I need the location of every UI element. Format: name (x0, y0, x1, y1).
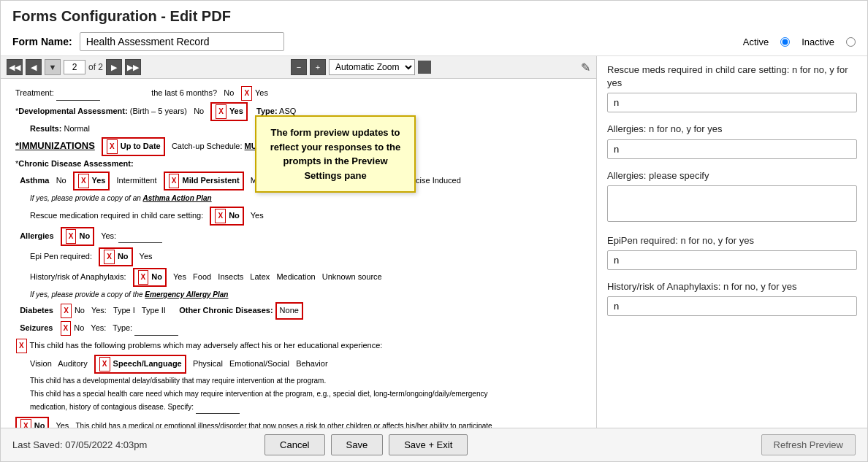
page-title: Forms Configuration - Edit PDF (12, 8, 856, 25)
pdf-row-diabetes: Diabetes X No Yes: Type I Type II Other … (15, 302, 582, 320)
rescue-meds-input[interactable] (607, 93, 857, 112)
field-group-rescue-meds: Rescue meds required in child care setti… (607, 63, 857, 112)
active-radio[interactable] (780, 37, 790, 47)
pdf-row-epipen: Epi Pen required: X No Yes (30, 247, 582, 266)
field-group-allergies-specify: Allergies: please specify (607, 169, 857, 224)
allergies-specify-textarea[interactable] (607, 185, 857, 222)
footer-buttons: Cancel Save Save + Exit (264, 434, 468, 455)
allergies-label: Allergies: n for no, y for yes (607, 123, 857, 136)
cancel-button[interactable]: Cancel (264, 434, 324, 455)
first-page-button[interactable]: ◀◀ (7, 59, 23, 75)
right-footer: Refresh Preview (585, 434, 856, 455)
pdf-row-special-health: This child has a special health care nee… (30, 388, 582, 400)
prev-page-button[interactable]: ◀ (26, 59, 42, 75)
zoom-color-box (418, 61, 431, 74)
next-page-button[interactable]: ▶ (106, 59, 122, 75)
zoom-select[interactable]: Automatic Zoom (329, 59, 415, 75)
allergies-specify-label: Allergies: please specify (607, 169, 857, 182)
save-exit-button[interactable]: Save + Exit (389, 434, 468, 455)
anaphylaxis-label: History/risk of Anaphylaxis: n for no, y… (607, 280, 857, 293)
field-group-epipen: EpiPen required: n for no, y for yes (607, 234, 857, 270)
refresh-preview-button[interactable]: Refresh Preview (761, 434, 856, 455)
epipen-input[interactable] (607, 250, 857, 270)
page-footer: Last Saved: 07/05/2022 4:03pm Cancel Sav… (1, 428, 867, 461)
last-saved-text: Last Saved: 07/05/2022 4:03pm (12, 439, 147, 450)
inactive-radio[interactable] (846, 37, 856, 47)
pdf-row-anaphylaxis: History/risk of Anaphylaxis: X No Yes Fo… (30, 268, 582, 287)
pdf-row-asthma-note: If yes, please provide a copy of an Asth… (30, 192, 582, 205)
preview-tooltip: The form preview updates to reflect your… (255, 115, 416, 193)
pdf-content: The form preview updates to reflect your… (1, 79, 596, 428)
pdf-row-special-health2: medication, history of contagious diseas… (30, 401, 582, 414)
page-number-input[interactable] (64, 60, 85, 74)
pdf-row-treatment: Treatment: the last 6 months? No X Yes (15, 86, 582, 101)
pdf-row-problems: X This child has the following problems … (15, 339, 582, 353)
form-name-input[interactable] (80, 32, 284, 51)
allergies-input[interactable] (607, 139, 857, 159)
save-button[interactable]: Save (331, 434, 384, 455)
pdf-toolbar: ◀◀ ◀ ▼ of 2 ▶ ▶▶ − + Automatic Zoom ✎ (1, 56, 596, 79)
last-page-button[interactable]: ▶▶ (125, 59, 141, 75)
zoom-out-button[interactable]: − (291, 59, 307, 75)
down-button[interactable]: ▼ (45, 59, 61, 75)
form-name-label: Form Name: (12, 36, 72, 47)
active-label: Active (743, 36, 769, 47)
right-panel: Rescue meds required in child care setti… (597, 56, 867, 428)
pdf-row-medical-illness: X No Yes This child has a medical or emo… (15, 417, 582, 428)
inactive-label: Inactive (802, 36, 834, 47)
pdf-row-rescue-meds: Rescue medication required in child care… (30, 207, 582, 226)
edit-icon-button[interactable]: ✎ (581, 61, 590, 74)
field-group-allergies: Allergies: n for no, y for yes (607, 123, 857, 158)
pdf-row-problems-types: Vision Auditory X Speech/Language Physic… (30, 355, 582, 374)
pdf-row-allergy-plan: If yes, please provide a copy of the Eme… (30, 288, 582, 301)
pdf-row-seizures: Seizures X No Yes: Type: (15, 321, 582, 336)
pdf-row-allergies: Allergies X No Yes: (15, 227, 582, 246)
anaphylaxis-input[interactable] (607, 296, 857, 316)
pdf-row-developmental-delay: This child has a developmental delay/dis… (30, 375, 582, 387)
rescue-meds-label: Rescue meds required in child care setti… (607, 63, 857, 90)
zoom-in-button[interactable]: + (310, 59, 326, 75)
field-group-anaphylaxis: History/risk of Anaphylaxis: n for no, y… (607, 280, 857, 316)
page-total: of 2 (88, 62, 103, 72)
pdf-page: The form preview updates to reflect your… (7, 79, 590, 428)
epipen-label: EpiPen required: n for no, y for yes (607, 234, 857, 247)
